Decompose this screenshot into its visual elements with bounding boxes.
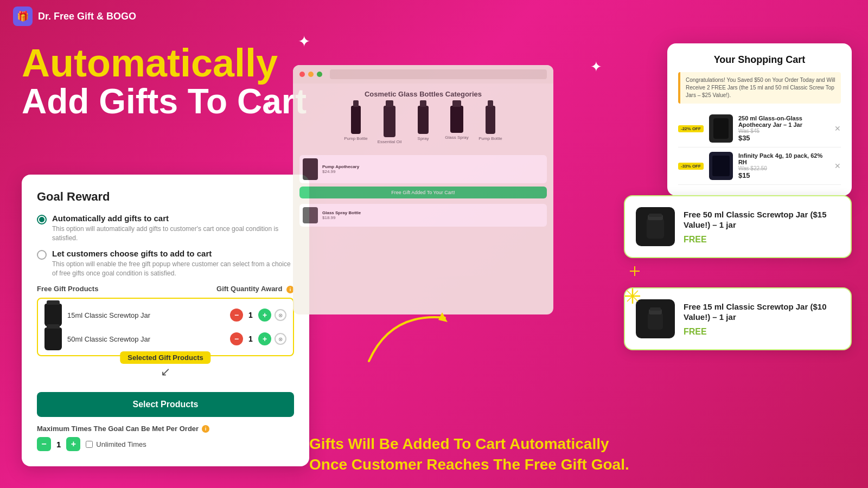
option1-desc: This option will automatically add gifts…: [52, 224, 294, 243]
sparkle-1: ✦: [590, 59, 602, 75]
unlimited-times-checkbox[interactable]: [86, 441, 93, 448]
gift-products-box: 15ml Classic Screwtop Jar − 1 + ⊗ 50ml C…: [37, 298, 294, 356]
gift-info-2: Free 15 ml Classic Screwtop Jar ($10 Val…: [684, 301, 840, 337]
qty-minus-2[interactable]: −: [230, 332, 243, 345]
svg-rect-5: [650, 307, 661, 311]
store-row-1: Pump Apothecary $24.99: [299, 155, 547, 183]
store-header: [293, 65, 553, 84]
max-times-label: Maximum Times The Goal Can Be Met Per Or…: [37, 425, 294, 433]
cart-close-2[interactable]: ✕: [834, 162, 841, 170]
free-label-2: FREE: [684, 327, 840, 337]
store-product-3: Spray: [410, 106, 437, 144]
store-background: Cosmetic Glass Bottles Categories Pump B…: [293, 65, 553, 314]
store-product-label-4: Glass Spray: [445, 135, 469, 140]
max-times-minus[interactable]: −: [37, 437, 51, 451]
app-title: Dr. Free Gift & BOGO: [38, 11, 136, 22]
goal-card-title: Goal Reward: [37, 190, 294, 204]
option2-desc: This option will enable the free gift po…: [52, 260, 294, 278]
store-info-1: Pump Apothecary $24.99: [322, 164, 544, 174]
qty-controls-2: − 1 + ⊗: [230, 332, 286, 345]
radio-customer-choose[interactable]: [37, 250, 47, 260]
select-products-button[interactable]: Select Products: [37, 392, 294, 417]
cart-panel: Your Shopping Cart Congratulations! You …: [667, 43, 852, 196]
dot-yellow: [308, 72, 314, 77]
store-page-title: Cosmetic Glass Bottles Categories: [299, 90, 547, 98]
star-decoration-1: ✦: [298, 33, 310, 50]
svg-rect-3: [648, 312, 663, 330]
cart-item-1-price: $35: [738, 134, 829, 142]
bottom-line2: Once Customer Reaches The Free Gift Goal…: [309, 454, 656, 475]
section-labels: Free Gift Products Gift Quantity Award i: [37, 285, 294, 293]
cart-item-2: -33% OFF Infinity Pack 4g, 10 pack, 62% …: [678, 147, 841, 185]
top-bar: 🎁 Dr. Free Gift & BOGO: [0, 0, 868, 33]
qty-val-1: 1: [246, 311, 255, 319]
discount-badge-1: -22% OFF: [678, 125, 704, 132]
gift-quantity-label: Gift Quantity Award i: [216, 285, 294, 293]
product-thumb-2: [44, 330, 62, 348]
hero-line1: Automatically: [22, 43, 278, 82]
qty-remove-2[interactable]: ⊗: [275, 333, 286, 345]
store-product-5: Pump Bottle: [477, 106, 504, 144]
hero-section: Automatically ✦ ✦ Add Gifts To Cart: [22, 43, 307, 120]
gift-product-row-2: 50ml Classic Screwtop Jar − 1 + ⊗: [42, 327, 289, 351]
option-customer-choose[interactable]: Let customers choose gifts to add to car…: [37, 249, 294, 278]
gift-jar-img-2: [636, 299, 675, 338]
cart-item-1-was: Was $45: [738, 128, 829, 134]
free-gift-card-2: Free 15 ml Classic Screwtop Jar ($10 Val…: [624, 287, 852, 350]
dot-red: [299, 72, 305, 77]
option2-label: Let customers choose gifts to add to car…: [52, 249, 294, 258]
qty-val-2: 1: [246, 335, 255, 343]
cart-congrats: Congratulations! You Saved $50 on Your O…: [678, 72, 841, 104]
cart-item-2-was: Was $22.50: [738, 165, 829, 171]
arrow-decoration: [358, 301, 456, 369]
cart-item-2-name: Infinity Pack 4g, 10 pack, 62% RH: [738, 152, 829, 165]
free-gift-products-label: Free Gift Products: [37, 285, 98, 293]
max-times-plus[interactable]: +: [66, 437, 80, 451]
gift-name-2: Free 15 ml Classic Screwtop Jar ($10 Val…: [684, 301, 840, 323]
radio-auto-add[interactable]: [37, 215, 47, 224]
max-times-controls: − 1 + Unlimited Times: [37, 437, 294, 451]
svg-rect-0: [647, 218, 664, 239]
qty-controls-1: − 1 + ⊗: [230, 309, 286, 322]
info-icon-max: i: [202, 425, 209, 433]
cart-close-1[interactable]: ✕: [834, 124, 841, 133]
store-product-grid: Pump Bottle Essential Oil Spray Glass Sp…: [299, 106, 547, 144]
qty-plus-1[interactable]: +: [258, 309, 271, 322]
qty-plus-2[interactable]: +: [258, 332, 271, 345]
sparkle-3: [629, 266, 640, 279]
store-info-2: Glass Spray Bottle $18.99: [322, 210, 544, 220]
option-auto-add[interactable]: Automatically add gifts to cart This opt…: [37, 214, 294, 243]
cart-thumb-1: [709, 114, 733, 143]
sparkle-2: [624, 287, 641, 307]
cart-item-1-name: 250 ml Glass-on-Glass Apothecary Jar – 1…: [738, 115, 829, 128]
cart-title: Your Shopping Cart: [678, 54, 841, 66]
store-products-lower: Pump Apothecary $24.99 Free Gift Added T…: [299, 153, 547, 233]
option1-label: Automatically add gifts to cart: [52, 214, 294, 223]
store-content: Cosmetic Glass Bottles Categories Pump B…: [293, 84, 553, 240]
gift-jar-img-1: [636, 207, 675, 246]
store-product-label-2: Essential Oil: [378, 139, 401, 144]
cart-item-2-info: Infinity Pack 4g, 10 pack, 62% RH Was $2…: [738, 152, 829, 179]
store-product-2: Essential Oil: [376, 106, 403, 144]
store-product-label-1: Pump Bottle: [344, 136, 368, 141]
qty-remove-1[interactable]: ⊗: [275, 309, 286, 321]
cursor-indicator: ↙: [37, 365, 294, 379]
store-product-4: Glass Spray: [443, 106, 470, 144]
product-thumb-1: [44, 306, 62, 324]
svg-marker-6: [438, 312, 448, 322]
store-product-label-3: Spray: [418, 136, 429, 141]
goal-reward-card: Goal Reward Automatically add gifts to c…: [22, 175, 309, 466]
max-times-val: 1: [56, 440, 61, 449]
free-gift-card-1: Free 50 ml Classic Screwtop Jar ($15 Val…: [624, 195, 852, 258]
bottom-text-area: Gifts Will Be Added To Cart Automaticall…: [309, 434, 656, 475]
gift-info-1: Free 50 ml Classic Screwtop Jar ($15 Val…: [684, 209, 840, 245]
bottom-line1: Gifts Will Be Added To Cart Automaticall…: [309, 434, 656, 454]
qty-minus-1[interactable]: −: [230, 309, 243, 322]
product-name-2: 50ml Classic Screwtop Jar: [67, 335, 225, 343]
unlimited-times-label[interactable]: Unlimited Times: [86, 440, 146, 448]
gift-name-1: Free 50 ml Classic Screwtop Jar ($15 Val…: [684, 209, 840, 230]
product-name-1: 15ml Classic Screwtop Jar: [67, 311, 225, 319]
store-product-label-5: Pump Bottle: [478, 136, 502, 141]
selected-gift-badge: Selected Gift Products: [120, 351, 210, 364]
app-logo: 🎁: [13, 7, 33, 26]
